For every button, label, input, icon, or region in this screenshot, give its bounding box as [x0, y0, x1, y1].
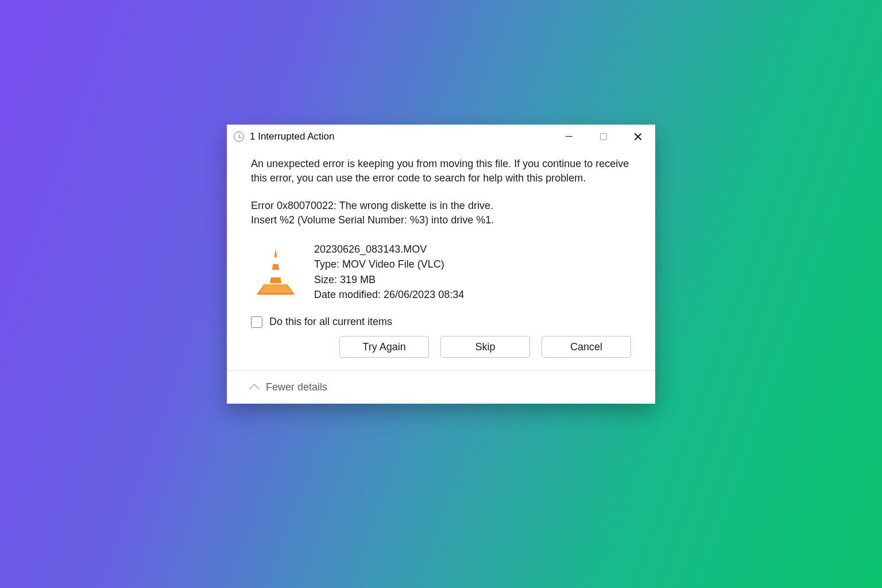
close-button[interactable] — [621, 125, 655, 149]
skip-button[interactable]: Skip — [440, 336, 530, 358]
maximize-icon — [600, 133, 607, 140]
chevron-up-icon — [250, 384, 260, 393]
intro-text: An unexpected error is keeping you from … — [251, 157, 631, 186]
dialog-footer: Fewer details — [227, 370, 655, 404]
file-modified: Date modified: 26/06/2023 08:34 — [314, 288, 464, 303]
vlc-cone-icon — [251, 246, 300, 299]
do-for-all-checkbox[interactable] — [251, 316, 262, 328]
minimize-icon — [566, 136, 572, 137]
history-icon — [234, 131, 244, 142]
error-block: Error 0x80070022: The wrong diskette is … — [251, 199, 631, 228]
try-again-button[interactable]: Try Again — [339, 336, 429, 358]
file-name: 20230626_083143.MOV — [314, 242, 464, 257]
file-type: Type: MOV Video File (VLC) — [314, 257, 464, 272]
window-title: 1 Interrupted Action — [250, 131, 334, 142]
svg-rect-1 — [272, 257, 279, 264]
minimize-button[interactable] — [552, 125, 586, 149]
titlebar: 1 Interrupted Action — [227, 125, 655, 149]
cancel-button[interactable]: Cancel — [541, 336, 631, 358]
file-info-row: 20230626_083143.MOV Type: MOV Video File… — [251, 242, 631, 303]
fewer-details-toggle[interactable]: Fewer details — [251, 381, 631, 393]
fewer-details-label: Fewer details — [266, 381, 327, 393]
svg-marker-0 — [270, 249, 281, 283]
dialog-button-row: Try Again Skip Cancel — [251, 336, 631, 358]
do-for-all-row[interactable]: Do this for all current items — [251, 315, 631, 330]
dialog-content: An unexpected error is keeping you from … — [227, 149, 655, 371]
svg-rect-2 — [269, 270, 282, 277]
interrupted-action-dialog: 1 Interrupted Action An unexpected error… — [227, 125, 655, 404]
window-controls — [552, 125, 655, 149]
error-insert-line: Insert %2 (Volume Serial Number: %3) int… — [251, 213, 631, 228]
file-size: Size: 319 MB — [314, 273, 464, 288]
close-icon — [634, 133, 642, 141]
do-for-all-label: Do this for all current items — [269, 315, 392, 330]
maximize-button[interactable] — [586, 125, 621, 149]
titlebar-left: 1 Interrupted Action — [234, 131, 334, 142]
file-meta: 20230626_083143.MOV Type: MOV Video File… — [314, 242, 464, 303]
error-code-line: Error 0x80070022: The wrong diskette is … — [251, 199, 631, 214]
